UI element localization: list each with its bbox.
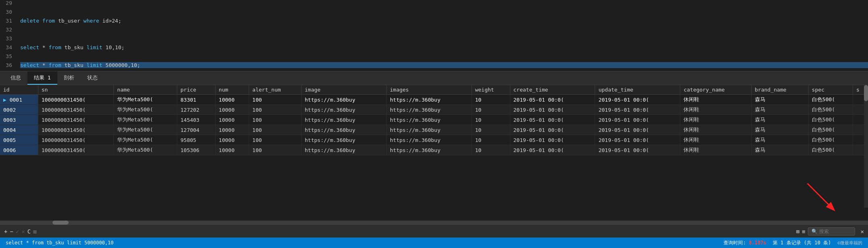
table-cell: 10000 (215, 145, 249, 155)
table-cell: 10 (472, 135, 510, 145)
list-icon[interactable]: ≡ (802, 228, 805, 235)
query-time-label: 查询时间: 8.187s (723, 240, 766, 246)
table-cell: 127202 (177, 105, 215, 115)
table-cell: https://m.360buy (386, 135, 472, 145)
table-cell: https://m.360buy (301, 145, 386, 155)
results-wrapper: idsnnamepricenumalert_numimageimagesweig… (0, 85, 868, 238)
table-cell: 华为Meta500( (114, 145, 177, 155)
table-cell: 休闲鞋 (680, 95, 751, 105)
remove-icon[interactable]: − (10, 228, 13, 235)
table-cell: 2019-05-01 00:0( (510, 115, 595, 125)
table-cell: 1000000031450( (38, 135, 114, 145)
table-cell: https://m.360buy (386, 95, 472, 105)
table-cell: 休闲鞋 (680, 145, 751, 155)
scrollbar-horizontal[interactable] (0, 221, 868, 225)
line-number: 36 (0, 62, 20, 68)
scrollbar-thumb[interactable] (864, 85, 868, 101)
status-left: select * from tb_sku limit 5000000,10 (6, 240, 113, 246)
table-cell: 2019-05-01 00:0( (510, 105, 595, 115)
table-cell: 100 (249, 125, 302, 135)
column-header: update_time (595, 85, 680, 95)
line-content: delete from tb_user where id>24; (20, 18, 868, 24)
search-input[interactable] (819, 229, 851, 234)
table-cell: https://m.360buy (386, 125, 472, 135)
tab-item[interactable]: 剖析 (57, 71, 81, 85)
table-cell: 1000000031450( (38, 145, 114, 155)
line-number: 33 (0, 35, 20, 42)
table-cell: 休闲鞋 (680, 105, 751, 115)
table-cell: 145403 (177, 115, 215, 125)
table-cell: 10 (472, 125, 510, 135)
table-cell: 100 (249, 115, 302, 125)
results-table: idsnnamepricenumalert_numimageimagesweig… (0, 85, 868, 155)
scrollbar-vertical[interactable] (864, 85, 868, 208)
status-right: 查询时间: 8.187s 第 1 条记录 (共 10 条) ©微最幸福的 (723, 240, 862, 246)
stop-icon: ■ (33, 228, 36, 235)
check-icon: ✓ (16, 228, 19, 235)
table-cell: 0001 (0, 95, 38, 105)
line-number: 31 (0, 18, 20, 24)
table-cell: https://m.360buy (301, 135, 386, 145)
refresh-icon[interactable]: C (27, 228, 31, 235)
column-header: price (177, 85, 215, 95)
table-cell: 2019-05-01 00:0( (595, 115, 680, 125)
add-icon[interactable]: + (4, 228, 7, 235)
table-cell: 2019-05-01 00:0( (510, 145, 595, 155)
close-icon[interactable]: ✕ (861, 228, 864, 235)
table-cell: 白色500( (808, 135, 853, 145)
line-number: 29 (0, 0, 20, 6)
tab-item[interactable]: 信息 (4, 71, 27, 85)
table-cell: 休闲鞋 (680, 135, 751, 145)
code-line: 32 (0, 27, 868, 35)
tabs-area: 信息结果 1剖析状态 (0, 71, 868, 85)
table-cell: 休闲鞋 (680, 125, 751, 135)
table-cell: 森马 (751, 125, 808, 135)
table-cell: 2019-05-01 00:0( (510, 95, 595, 105)
table-cell: https://m.360buy (301, 95, 386, 105)
table-cell: 1000000031450( (38, 115, 114, 125)
table-wrapper: idsnnamepricenumalert_numimageimagesweig… (0, 85, 868, 221)
query-time-value: 8.187s (749, 240, 766, 246)
tab-item[interactable]: 状态 (81, 71, 104, 85)
scrollbar-h-thumb[interactable] (52, 221, 69, 225)
table-row: 00021000000031450(华为Meta500(127202100001… (0, 105, 868, 115)
table-cell: 白色500( (808, 145, 853, 155)
table-cell: https://m.360buy (386, 105, 472, 115)
table-cell: 10 (472, 95, 510, 105)
table-cell: 白色500( (808, 115, 853, 125)
table-cell: https://m.360buy (301, 125, 386, 135)
table-cell: 休闲鞋 (680, 115, 751, 125)
line-content: select * from tb_sku limit 5000000,10; (20, 62, 868, 68)
table-cell: https://m.360buy (301, 115, 386, 125)
table-cell: 10 (472, 115, 510, 125)
main-container: 293031delete from tb_user where id>24;32… (0, 0, 868, 248)
column-header: name (114, 85, 177, 95)
search-box[interactable]: 🔍 (808, 227, 855, 235)
table-cell: 2019-05-01 00:0( (595, 125, 680, 135)
table-cell: 2019-05-01 00:0( (510, 125, 595, 135)
table-cell: 2019-05-01 00:0( (510, 135, 595, 145)
table-cell: 0002 (0, 105, 38, 115)
search-icon: 🔍 (811, 229, 818, 234)
table-cell: 10000 (215, 115, 249, 125)
table-cell: 白色500( (808, 95, 853, 105)
editor-area: 293031delete from tb_user where id>24;32… (0, 0, 868, 71)
table-cell: 127004 (177, 125, 215, 135)
tab-item[interactable]: 结果 1 (27, 71, 57, 85)
table-cell: 100 (249, 135, 302, 145)
column-header: sn (38, 85, 114, 95)
column-header: spec (808, 85, 853, 95)
table-cell: 10000 (215, 95, 249, 105)
status-bar: select * from tb_sku limit 5000000,10 查询… (0, 238, 868, 248)
table-cell: https://m.360buy (386, 145, 472, 155)
column-header: create_time (510, 85, 595, 95)
table-cell: 10 (472, 105, 510, 115)
table-cell: 0005 (0, 135, 38, 145)
line-number: 35 (0, 53, 20, 59)
column-header: num (215, 85, 249, 95)
code-line: 31delete from tb_user where id>24; (0, 18, 868, 27)
table-cell: 1000000031450( (38, 95, 114, 105)
column-header: weight (472, 85, 510, 95)
grid-icon[interactable]: ⊞ (796, 228, 799, 235)
table-cell: 华为Meta500( (114, 95, 177, 105)
